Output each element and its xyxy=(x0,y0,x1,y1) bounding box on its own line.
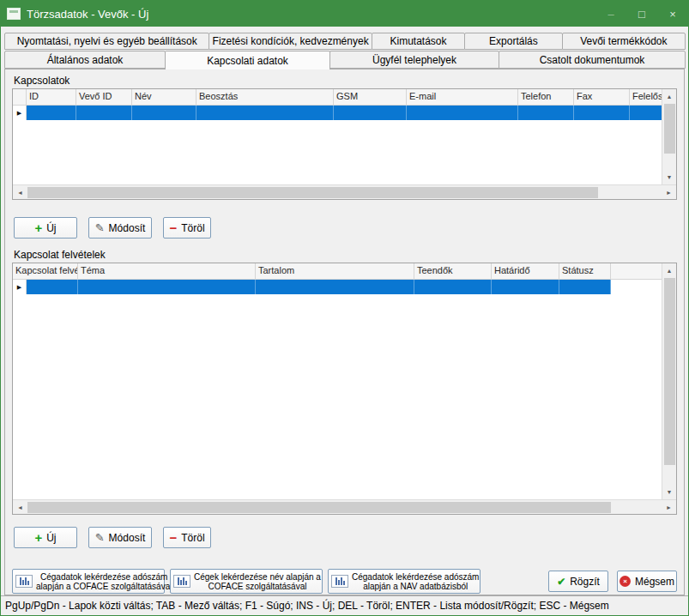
maximize-icon[interactable]: □ xyxy=(626,1,657,27)
vertical-scrollbar[interactable]: ▲ ▼ xyxy=(662,263,676,499)
contact-events-selected-row[interactable]: ▶ xyxy=(13,280,676,294)
label-line-2: alapján a NAV adatbázisból xyxy=(352,582,479,591)
title-bar: Törzsadatok - Vevők - Új – □ × xyxy=(1,1,688,27)
tab-kimutatasok[interactable]: Kimutatások xyxy=(372,33,465,50)
column-header[interactable]: Téma xyxy=(78,263,256,279)
contact-events-group-label: Kapcsolat felvételek xyxy=(14,249,677,262)
table-cell[interactable] xyxy=(27,106,76,120)
label-line-2: COFACE szolgáltatásával xyxy=(194,582,321,591)
tab-page-kapcsolati-adatok: Kapcsolatok ID Vevő ID Név Beosztás GSM … xyxy=(4,69,685,595)
column-header[interactable]: Név xyxy=(132,89,196,105)
scroll-down-icon[interactable]: ▼ xyxy=(662,485,677,499)
table-cell[interactable] xyxy=(27,280,78,294)
tab-exportalas[interactable]: Exportálás xyxy=(464,33,562,50)
column-header[interactable]: Telefon xyxy=(518,89,574,105)
tab-row-2: Általános adatok Kapcsolati adatok Ügyfé… xyxy=(4,50,685,69)
save-icon: ✔ xyxy=(557,577,565,587)
column-header[interactable]: Kapcsolat felvé xyxy=(13,263,78,279)
table-cell[interactable] xyxy=(256,280,414,294)
tab-fizetesi-kondiciok[interactable]: Fizetési kondíciók, kedvezmények xyxy=(209,33,372,50)
save-button[interactable]: ✔ Rögzít xyxy=(548,571,608,592)
tab-vevoi-termekkodok[interactable]: Vevői termékkódok xyxy=(562,33,686,50)
cancel-icon: × xyxy=(619,576,631,587)
row-indicator-cell: ▶ xyxy=(13,106,27,120)
column-header[interactable]: Határidő xyxy=(492,263,559,279)
contact-events-delete-button[interactable]: − Töröl xyxy=(163,527,211,548)
scrollbar-thumb[interactable] xyxy=(664,104,675,154)
tab-nyomtatasi-beallitasok[interactable]: Nyomtatási, nyelvi és egyéb beállítások xyxy=(4,33,209,50)
label-line-1: Cégek lekérdezése név alapján a xyxy=(194,572,321,582)
column-header[interactable]: Fax xyxy=(574,89,630,105)
scrollbar-thumb[interactable] xyxy=(664,278,675,465)
contacts-grid[interactable]: ID Vevő ID Név Beosztás GSM E-mail Telef… xyxy=(12,88,677,200)
button-label: Módosít xyxy=(109,532,146,544)
scroll-up-icon[interactable]: ▲ xyxy=(662,263,677,278)
scroll-right-icon[interactable]: ► xyxy=(662,500,676,515)
contact-events-edit-button[interactable]: ✎ Módosít xyxy=(88,527,152,548)
close-icon[interactable]: × xyxy=(657,1,688,27)
scrollbar-thumb[interactable] xyxy=(27,502,611,513)
scroll-up-icon[interactable]: ▲ xyxy=(662,89,677,104)
table-cell[interactable] xyxy=(492,280,559,294)
table-cell[interactable] xyxy=(334,106,407,120)
table-cell[interactable] xyxy=(132,106,196,120)
grid-filler xyxy=(611,263,662,279)
table-cell[interactable] xyxy=(76,106,132,120)
contacts-grid-header: ID Vevő ID Név Beosztás GSM E-mail Telef… xyxy=(13,89,676,106)
table-cell[interactable] xyxy=(196,106,334,120)
column-header[interactable]: Vevő ID xyxy=(76,89,132,105)
column-header[interactable]: ID xyxy=(27,89,76,105)
column-header[interactable]: Beosztás xyxy=(196,89,334,105)
table-cell[interactable] xyxy=(414,280,492,294)
tab-ugyfel-telephelyek[interactable]: Ügyfél telephelyek xyxy=(329,51,499,69)
column-header[interactable]: Státusz xyxy=(559,263,611,279)
company-lookup-icon xyxy=(331,575,348,588)
contact-events-grid[interactable]: Kapcsolat felvé Téma Tartalom Teendők Ha… xyxy=(12,263,677,515)
scroll-right-icon[interactable]: ► xyxy=(662,185,676,200)
nav-taxnumber-lookup-button[interactable]: Cégadatok lekérdezése adószám alapján a … xyxy=(328,569,480,594)
table-cell[interactable] xyxy=(630,106,662,120)
add-icon: + xyxy=(34,221,42,234)
row-indicator-icon: ▶ xyxy=(17,284,21,290)
row-indicator-header xyxy=(13,89,27,105)
scroll-left-icon[interactable]: ◄ xyxy=(13,185,27,200)
tab-kapcsolati-adatok[interactable]: Kapcsolati adatok xyxy=(165,51,330,69)
cancel-button[interactable]: × Mégsem xyxy=(617,571,677,592)
button-label: Új xyxy=(46,532,56,544)
table-cell[interactable] xyxy=(559,280,611,294)
column-header[interactable]: Felelős xyxy=(630,89,662,105)
contacts-actions: + Új ✎ Módosít − Töröl xyxy=(14,217,677,239)
status-bar: PgUp/PgDn - Lapok közti váltás; TAB - Me… xyxy=(1,595,688,615)
horizontal-scrollbar[interactable]: ◄ ► xyxy=(13,499,676,514)
contact-events-actions: + Új ✎ Módosít − Töröl xyxy=(14,527,677,548)
table-cell[interactable] xyxy=(518,106,574,120)
coface-name-lookup-button[interactable]: Cégek lekérdezése név alapján a COFACE s… xyxy=(170,569,323,594)
contacts-new-button[interactable]: + Új xyxy=(14,217,77,239)
vertical-scrollbar[interactable]: ▲ ▼ xyxy=(662,89,676,184)
contacts-edit-button[interactable]: ✎ Módosít xyxy=(88,217,152,239)
minimize-icon[interactable]: – xyxy=(595,1,626,27)
table-cell[interactable] xyxy=(574,106,630,120)
column-header[interactable]: GSM xyxy=(334,89,407,105)
contacts-delete-button[interactable]: − Töröl xyxy=(163,217,211,239)
scroll-down-icon[interactable]: ▼ xyxy=(662,170,677,184)
footer-bar: Cégadatok lekérdezése adószám alapján a … xyxy=(12,569,677,594)
button-label: Módosít xyxy=(109,222,146,234)
scroll-left-icon[interactable]: ◄ xyxy=(13,500,27,515)
scrollbar-thumb[interactable] xyxy=(27,187,598,198)
tab-altalanos-adatok[interactable]: Általános adatok xyxy=(4,51,166,69)
grid-filler xyxy=(611,280,662,294)
grid-empty-area[interactable] xyxy=(13,294,676,514)
delete-icon: − xyxy=(169,531,177,544)
horizontal-scrollbar[interactable]: ◄ ► xyxy=(13,184,676,199)
tab-csatolt-dokumentumok[interactable]: Csatolt dokumentumok xyxy=(499,51,686,69)
contacts-selected-row[interactable]: ▶ xyxy=(13,106,676,120)
table-cell[interactable] xyxy=(407,106,518,120)
label-line-2: alapján a COFACE szolgáltatásával xyxy=(36,582,172,591)
column-header[interactable]: E-mail xyxy=(407,89,518,105)
column-header[interactable]: Teendők xyxy=(414,263,492,279)
column-header[interactable]: Tartalom xyxy=(256,263,414,279)
table-cell[interactable] xyxy=(78,280,256,294)
contact-events-new-button[interactable]: + Új xyxy=(14,527,77,548)
coface-taxnumber-lookup-button[interactable]: Cégadatok lekérdezése adószám alapján a … xyxy=(12,569,165,594)
